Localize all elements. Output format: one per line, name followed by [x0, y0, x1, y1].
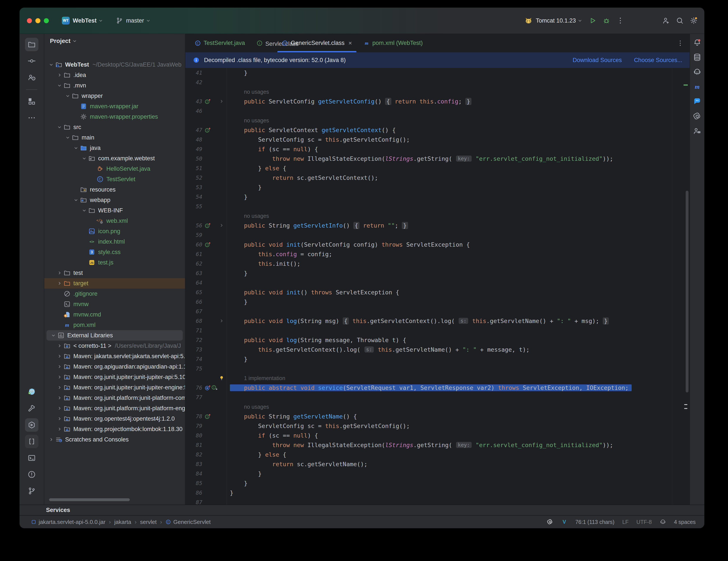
line-number[interactable]: 49	[185, 146, 203, 152]
tree-item-maven-jakarta.servlet-jakarta.servlet-api-5.0.0[interactable]: Maven: jakarta.servlet:jakarta.servlet-a…	[44, 351, 185, 361]
line-number[interactable]: 73	[185, 346, 203, 353]
code-line-60[interactable]: 60Ipublic void init(ServletConfig config…	[185, 240, 690, 249]
line-number[interactable]: 75	[185, 365, 203, 372]
line-number[interactable]: 52	[185, 175, 203, 181]
tool-button-commit[interactable]	[25, 54, 38, 68]
breadcrumb-jakarta.servlet-api-5.0.0.jar[interactable]: jakarta.servlet-api-5.0.0.jar	[31, 519, 105, 525]
tree-item-com.example.webtest[interactable]: com.example.webtest	[44, 153, 185, 164]
line-number[interactable]: 85	[185, 480, 203, 486]
overrides-up-icon[interactable]	[204, 384, 211, 391]
inlay-hint[interactable]: no usages	[244, 117, 269, 124]
implements-up-icon[interactable]: I	[204, 127, 211, 133]
code-with-me-button[interactable]	[662, 16, 670, 25]
tree-item-main[interactable]: main	[44, 132, 185, 143]
code-line-67[interactable]: 67	[185, 306, 690, 316]
tree-item-.gitignore[interactable]: .gitignore	[44, 288, 185, 299]
chevron-right-icon[interactable]	[56, 415, 63, 423]
tool-button-plugin-gopher[interactable]	[25, 385, 38, 399]
chevron-down-icon[interactable]	[72, 144, 80, 152]
code-line-54[interactable]: 54}	[185, 192, 690, 202]
line-number[interactable]: 55	[185, 203, 203, 210]
code-line-53[interactable]: 53}	[185, 183, 690, 192]
line-number[interactable]: 54	[185, 194, 203, 200]
implements-up-icon[interactable]: I	[204, 413, 211, 419]
tree-item-.idea[interactable]: .idea	[44, 70, 185, 80]
code-line-65[interactable]: 65public void init() throws ServletExcep…	[185, 287, 690, 297]
line-number[interactable]: 61	[185, 251, 203, 257]
openai-icon[interactable]	[547, 519, 553, 525]
tree-item-target[interactable]: target	[44, 278, 185, 288]
line-number[interactable]: 77	[185, 394, 203, 400]
line-number[interactable]: 47	[185, 127, 203, 133]
tab-genericservlet.class[interactable]: CGenericServlet.class×	[276, 34, 358, 52]
implements-up-icon[interactable]: I	[204, 222, 211, 229]
chevron-right-icon[interactable]	[56, 373, 63, 381]
inlay-hint[interactable]: no usages	[244, 404, 269, 410]
tree-item-scratches-and-consoles[interactable]: Scratches and Consoles	[44, 434, 185, 445]
code-line-78[interactable]: 78Ipublic String getServletName() {	[185, 411, 690, 421]
tree-item-web-inf[interactable]: WEB-INF	[44, 205, 185, 216]
horizontal-scrollbar[interactable]	[49, 498, 130, 501]
line-number[interactable]: 66	[185, 299, 203, 305]
code-line-46[interactable]: 46	[185, 106, 690, 116]
code-line-85[interactable]: 85}	[185, 478, 690, 488]
chevron-right-icon[interactable]	[56, 280, 63, 287]
tree-item-maven-org.junit.platform-junit-platform-engine[interactable]: Maven: org.junit.platform:junit-platform…	[44, 403, 185, 413]
tree-item-web.xml[interactable]: </>web.xml	[44, 216, 185, 226]
code-line-87[interactable]: 87	[185, 497, 690, 505]
code-line-63[interactable]: 63}	[185, 269, 690, 278]
run-config-widget[interactable]: Tomcat 10.1.23	[524, 16, 583, 25]
tool-button-more[interactable]	[25, 111, 38, 125]
download-sources-link[interactable]: Download Sources	[573, 57, 622, 64]
breadcrumb-jakarta[interactable]: jakarta	[114, 519, 131, 525]
tree-item-maven-wrapper.jar[interactable]: maven-wrapper.jar	[44, 101, 185, 112]
code-line-59[interactable]: 59	[185, 230, 690, 240]
chevron-down-icon[interactable]	[64, 92, 72, 100]
services-tool-window-header[interactable]: Services	[20, 505, 704, 515]
tool-button-notifications[interactable]	[692, 37, 703, 48]
code-line-80[interactable]: 80if (sc == null) {	[185, 431, 690, 440]
code-line-79[interactable]: 79ServletConfig sc = this.getServletConf…	[185, 421, 690, 431]
chevron-right-icon[interactable]	[56, 342, 63, 350]
line-number[interactable]: 53	[185, 184, 203, 191]
tool-button-openai[interactable]	[692, 111, 703, 122]
code-line-66[interactable]: 66}	[185, 297, 690, 306]
chevron-right-icon[interactable]	[56, 383, 63, 391]
code-line-61[interactable]: 61this.config = config;	[185, 249, 690, 259]
v-plugin-icon[interactable]: V	[561, 519, 568, 525]
tree-item-maven-org.projectlombok-lombok-1.18.30[interactable]: Maven: org.projectlombok:lombok:1.18.30	[44, 424, 185, 434]
tool-button-code-with-me[interactable]	[692, 125, 703, 137]
line-number[interactable]: 62	[185, 261, 203, 267]
debug-button[interactable]	[602, 16, 611, 25]
tree-item-mvnw[interactable]: mvnw	[44, 299, 185, 309]
tree-item-webapp[interactable]: webapp	[44, 195, 185, 205]
indent-setting[interactable]: 4 spaces	[674, 519, 696, 525]
line-number[interactable]: 64	[185, 280, 203, 286]
line-number[interactable]: 60	[185, 242, 203, 248]
tree-item--corretto-11-[interactable]: < corretto-11 >/Users/eve/Library/Java/J	[44, 340, 185, 351]
tool-button-project-folder[interactable]	[25, 38, 38, 51]
chevron-down-icon[interactable]	[47, 61, 55, 69]
editor-options-button[interactable]	[677, 34, 690, 52]
tool-button-maven[interactable]: m	[692, 81, 703, 92]
code-line-71[interactable]: 71	[185, 325, 690, 335]
code-line-62[interactable]: 62this.init();	[185, 259, 690, 269]
breadcrumb-servlet[interactable]: servlet	[140, 519, 157, 525]
tool-button-structure[interactable]	[25, 95, 38, 108]
line-number[interactable]: 78	[185, 413, 203, 419]
tree-item-maven-org.junit.jupiter-junit-jupiter-api-5.10.0[interactable]: Maven: org.junit.jupiter:junit-jupiter-a…	[44, 372, 185, 382]
chevron-right-icon[interactable]	[47, 436, 55, 443]
tree-item-style.css[interactable]: 3style.css	[44, 247, 185, 257]
tab-servlet.class[interactable]: IServlet.class	[251, 34, 276, 52]
code-line-76[interactable]: 76Ipublic abstract void service(ServletR…	[185, 383, 690, 392]
code-line-47[interactable]: 47Ipublic ServletContext getServletConte…	[185, 125, 690, 135]
chevron-down-icon[interactable]	[56, 123, 63, 131]
line-number[interactable]: 50	[185, 156, 203, 162]
tree-item-icon.png[interactable]: icon.png	[44, 226, 185, 237]
tool-button-terminal[interactable]	[25, 451, 38, 465]
tab-testservlet.java[interactable]: CTestServlet.java	[189, 34, 251, 52]
tool-button-copilot-robot[interactable]	[692, 66, 703, 78]
intention-bulb[interactable]	[219, 375, 227, 381]
line-number[interactable]: 74	[185, 356, 203, 362]
inlay-hint[interactable]: no usages	[244, 213, 269, 219]
